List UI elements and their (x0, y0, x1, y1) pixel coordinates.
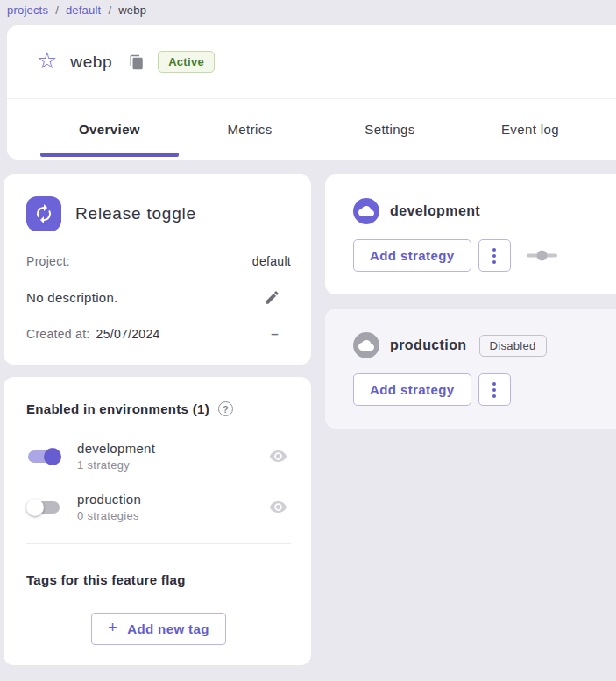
feature-header-card: ☆ webp Active Overview Metrics Settings … (7, 25, 616, 160)
environment-name: production (390, 337, 467, 353)
feature-type-title: Release toggle (75, 204, 196, 223)
cloud-environment-icon (353, 198, 379, 224)
enabled-environments-section: Enabled in environments (1) ? developmen… (4, 377, 311, 548)
env-name: production (77, 492, 141, 507)
environments-tags-card: Enabled in environments (1) ? developmen… (4, 377, 311, 665)
breadcrumb-link-projects[interactable]: projects (7, 4, 48, 17)
right-column: development Add strategy production Di (325, 174, 616, 665)
left-column: Release toggle Project: default No descr… (4, 174, 311, 665)
edit-description-icon[interactable] (264, 289, 291, 306)
feature-type-row: Release toggle (26, 196, 291, 231)
panel-actions: Add strategy (353, 373, 616, 406)
eye-icon[interactable] (269, 498, 291, 516)
env-strategy-count: 1 strategy (77, 458, 155, 472)
overview-content: Release toggle Project: default No descr… (0, 160, 616, 665)
section-divider (26, 543, 291, 544)
tab-settings[interactable]: Settings (320, 99, 460, 159)
project-value: default (252, 254, 291, 268)
environment-panel-production: production Disabled Add strategy (325, 309, 616, 429)
strategy-separator-icon (526, 250, 558, 261)
panel-header: development (353, 198, 616, 224)
project-row: Project: default (26, 254, 291, 268)
help-icon[interactable]: ? (218, 401, 233, 416)
kebab-dot (492, 382, 496, 386)
kebab-dot (492, 254, 496, 258)
add-strategy-button[interactable]: Add strategy (353, 239, 471, 272)
env-name: development (77, 441, 155, 456)
eye-icon[interactable] (269, 447, 291, 465)
disabled-badge: Disabled (479, 335, 547, 357)
breadcrumb-separator: / (108, 4, 111, 17)
tags-section: Tags for this feature flag + Add new tag (4, 548, 311, 665)
created-label: Created at: (26, 327, 90, 341)
kebab-dot (492, 248, 496, 252)
breadcrumb: projects / default / webp (0, 0, 616, 25)
more-actions-button[interactable] (478, 239, 511, 272)
tab-settings-label: Settings (365, 122, 414, 137)
add-new-tag-button[interactable]: + Add new tag (91, 613, 226, 645)
plus-icon: + (108, 619, 117, 637)
kebab-dot (492, 388, 496, 392)
feature-details-card: Release toggle Project: default No descr… (4, 174, 311, 365)
env-strategy-count: 0 strategies (77, 509, 141, 522)
tags-title: Tags for this feature flag (26, 572, 291, 587)
environment-name: development (390, 203, 480, 219)
kebab-dot (492, 260, 496, 264)
breadcrumb-current: webp (118, 4, 146, 17)
tab-metrics[interactable]: Metrics (180, 99, 320, 159)
enabled-environments-title: Enabled in environments (1) (26, 401, 209, 416)
copy-icon[interactable] (129, 54, 145, 70)
created-value: 25/07/2024 (96, 327, 160, 341)
tab-event-log[interactable]: Event log (460, 99, 600, 159)
toggle-knob (26, 499, 44, 516)
panel-actions: Add strategy (353, 239, 616, 272)
tab-metrics-label: Metrics (227, 122, 272, 137)
created-row: Created at:25/07/2024 – (26, 326, 291, 341)
toggle-knob (44, 448, 61, 465)
env-row-development: development 1 strategy (26, 441, 291, 472)
add-new-tag-label: Add new tag (127, 621, 209, 636)
feature-flag-page: projects / default / webp ☆ webp Active … (0, 0, 616, 681)
cloud-environment-icon (353, 332, 379, 358)
panel-header: production Disabled (353, 332, 616, 358)
env-labels: production 0 strategies (77, 492, 141, 522)
page-title: webp (70, 53, 112, 72)
description-text: No description. (26, 290, 118, 305)
tab-event-log-label: Event log (501, 122, 559, 137)
breadcrumb-separator: / (55, 4, 59, 17)
tab-bar: Overview Metrics Settings Event log (7, 99, 616, 159)
favorite-star-icon[interactable]: ☆ (37, 49, 57, 72)
description-row: No description. (26, 289, 291, 306)
development-toggle[interactable] (26, 448, 61, 465)
project-label: Project: (26, 254, 70, 268)
env-row-production: production 0 strategies (26, 492, 291, 522)
breadcrumb-link-default[interactable]: default (66, 4, 101, 17)
env-labels: development 1 strategy (77, 441, 155, 472)
tab-overview-label: Overview (79, 122, 140, 137)
enabled-environments-header: Enabled in environments (1) ? (26, 401, 291, 416)
created-text: Created at:25/07/2024 (26, 327, 160, 341)
collapse-details-icon[interactable]: – (271, 326, 291, 341)
environment-panel-development: development Add strategy (325, 174, 616, 294)
production-toggle[interactable] (26, 499, 61, 516)
release-toggle-icon (26, 196, 61, 231)
kebab-dot (492, 394, 496, 398)
add-strategy-button[interactable]: Add strategy (353, 373, 471, 406)
tab-overview[interactable]: Overview (39, 99, 180, 159)
feature-title-row: ☆ webp Active (7, 25, 616, 99)
status-badge: Active (158, 51, 215, 73)
more-actions-button[interactable] (478, 373, 511, 406)
